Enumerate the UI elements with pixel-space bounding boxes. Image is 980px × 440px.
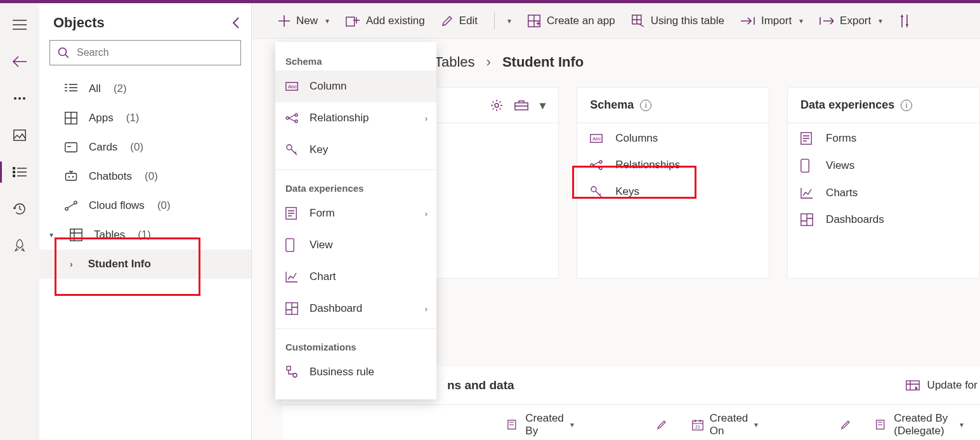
charts-link[interactable]: Charts [800, 187, 967, 199]
col-created-by[interactable]: Created By ▾ [507, 412, 691, 437]
svg-point-41 [287, 145, 292, 150]
sidebar-item-tables[interactable]: ▾ Tables (1) [39, 220, 251, 250]
object-list: All (2) Apps (1) Cards (0) Chatbots (0) … [39, 74, 251, 279]
svg-point-40 [295, 120, 297, 123]
svg-point-14 [65, 208, 68, 210]
using-table-button[interactable]: Using this table [632, 15, 724, 27]
create-app-button[interactable]: Create an app [528, 15, 615, 27]
image-icon[interactable] [12, 128, 27, 143]
forms-link[interactable]: Forms [800, 132, 967, 145]
dd-item-label: Chart [310, 270, 336, 283]
schema-keys-link[interactable]: Keys [590, 185, 756, 198]
sidebar-item-cloudflows[interactable]: Cloud flows (0) [39, 191, 251, 220]
svg-text:21: 21 [695, 425, 700, 429]
svg-point-1 [18, 97, 21, 100]
svg-point-7 [59, 48, 67, 56]
history-icon[interactable] [12, 201, 27, 217]
dd-item-dashboard[interactable]: Dashboard › [275, 293, 436, 324]
add-existing-button[interactable]: Add existing [346, 15, 425, 27]
chevron-down-icon: ▾ [570, 420, 574, 429]
import-button[interactable]: Import ▾ [741, 15, 803, 27]
chevron-down-icon: ▾ [49, 230, 58, 239]
pencil-icon[interactable] [657, 420, 667, 430]
dd-section-custom: Customizations [275, 333, 436, 356]
sidebar-item-cards[interactable]: Cards (0) [39, 133, 251, 162]
chart-icon [285, 271, 299, 283]
col-label: Created By [525, 412, 563, 437]
col-created-on[interactable]: 21 Created On ▾ [692, 412, 876, 437]
lookup-icon [507, 420, 519, 430]
search-field[interactable] [77, 47, 233, 58]
breadcrumb-tables[interactable]: Tables [434, 54, 475, 70]
dd-item-key[interactable]: Key [275, 134, 436, 166]
chart-icon [800, 187, 814, 199]
info-icon[interactable]: i [901, 100, 912, 111]
list-icon[interactable] [12, 164, 27, 180]
svg-rect-29 [801, 159, 809, 172]
key-icon [590, 185, 604, 198]
edit-dropdown[interactable]: ▾ [506, 17, 511, 25]
dashboard-icon [285, 302, 299, 315]
views-link[interactable]: Views [800, 159, 967, 173]
edit-button[interactable]: Edit [441, 15, 478, 27]
col-created-by-delegate[interactable]: Created By (Delegate) ▾ [876, 412, 980, 437]
update-forms-link[interactable]: Update for [906, 379, 980, 392]
sidebar-item-student-info[interactable]: › Student Info [39, 250, 251, 279]
dd-item-chart[interactable]: Chart [275, 261, 436, 293]
new-button[interactable]: New ▾ [278, 15, 329, 27]
svg-point-46 [293, 373, 297, 377]
section-title: ns and data [447, 378, 514, 392]
dd-item-label: Business rule [310, 366, 374, 378]
more-icon[interactable] [12, 91, 27, 106]
hamburger-icon[interactable] [12, 17, 27, 32]
chevron-right-icon: › [425, 209, 428, 218]
dd-item-label: Dashboard [310, 302, 362, 315]
search-input[interactable] [49, 40, 241, 65]
sidebar-item-count: (0) [157, 199, 171, 212]
calendar-icon: 21 [692, 419, 703, 430]
card-title: Schema [590, 98, 634, 112]
svg-point-12 [69, 176, 70, 177]
command-bar: New ▾ Add existing Edit ▾ Create an app … [252, 3, 980, 39]
flow-icon [65, 201, 77, 211]
gear-icon[interactable] [490, 99, 503, 112]
svg-point-2 [23, 97, 25, 100]
sidebar-item-all[interactable]: All (2) [39, 74, 251, 103]
tools-button[interactable] [899, 14, 910, 28]
chevron-down-icon: ▾ [960, 420, 964, 429]
column-icon: Abc [590, 134, 604, 143]
dd-item-label: View [310, 239, 333, 251]
svg-point-24 [591, 164, 593, 166]
info-icon[interactable]: i [640, 100, 651, 111]
dd-item-form[interactable]: Form › [275, 197, 436, 229]
sidebar-item-chatbots[interactable]: Chatbots (0) [39, 162, 251, 191]
dd-item-relationship[interactable]: Relationship › [275, 102, 436, 134]
toolbox-icon[interactable] [514, 100, 528, 110]
pencil-icon [441, 15, 453, 27]
dd-item-column[interactable]: Abc Column [275, 70, 436, 102]
chevron-down-icon[interactable]: ▾ [540, 98, 546, 112]
collapse-sidebar-icon[interactable] [232, 17, 240, 29]
column-icon: Abc [285, 82, 299, 91]
back-icon[interactable] [12, 54, 27, 69]
dd-item-business-rule[interactable]: Business rule [275, 356, 436, 388]
svg-rect-3 [14, 130, 25, 140]
pencil-icon[interactable] [840, 420, 851, 430]
sidebar-item-apps[interactable]: Apps (1) [39, 103, 251, 133]
cmd-label: Edit [459, 15, 478, 27]
schema-columns-link[interactable]: Abc Columns [590, 132, 756, 145]
export-button[interactable]: Export ▾ [820, 15, 882, 27]
dd-item-view[interactable]: View [275, 229, 436, 261]
dd-item-label: Column [310, 80, 347, 93]
divider [275, 328, 436, 329]
cmd-label: Add existing [366, 15, 425, 27]
svg-rect-16 [70, 229, 82, 241]
rocket-icon[interactable] [12, 238, 27, 253]
dd-item-label: Key [310, 143, 328, 156]
svg-text:Abc: Abc [288, 84, 297, 90]
dd-item-label: Relationship [310, 112, 369, 124]
card-item-label: Keys [615, 185, 639, 198]
dashboards-link[interactable]: Dashboards [800, 213, 967, 226]
schema-relationships-link[interactable]: Relationships [590, 159, 756, 171]
sidebar-item-count: (1) [138, 229, 151, 241]
